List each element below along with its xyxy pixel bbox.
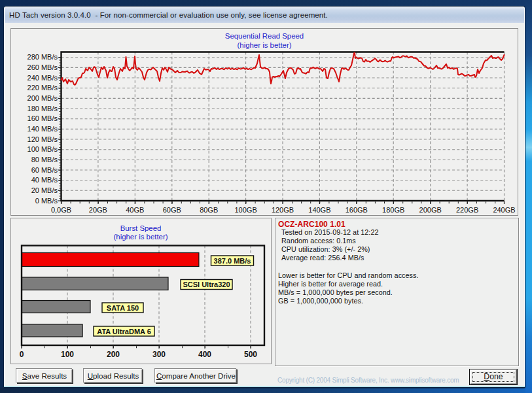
svg-text:200GB: 200GB [419, 206, 442, 214]
svg-text:280 MB/s: 280 MB/s [27, 53, 58, 61]
svg-text:Sequential Read Speed: Sequential Read Speed [225, 32, 304, 40]
svg-text:140 MB/s: 140 MB/s [27, 125, 58, 133]
svg-text:200 MB/s: 200 MB/s [27, 94, 58, 102]
svg-text:SCSI Ultra320: SCSI Ultra320 [183, 281, 230, 288]
svg-text:120GB: 120GB [272, 206, 294, 214]
svg-text:260 MB/s: 260 MB/s [27, 63, 58, 71]
svg-text:20 MB/s: 20 MB/s [31, 186, 58, 194]
svg-text:140GB: 140GB [308, 206, 330, 214]
svg-text:100GB: 100GB [234, 206, 257, 214]
svg-text:80GB: 80GB [200, 206, 218, 214]
svg-text:60GB: 60GB [163, 206, 181, 214]
svg-text:180GB: 180GB [382, 206, 404, 214]
svg-text:120 MB/s: 120 MB/s [27, 135, 58, 143]
svg-text:SATA 150: SATA 150 [107, 304, 139, 312]
svg-text:300: 300 [152, 350, 166, 359]
svg-text:400: 400 [198, 350, 211, 359]
svg-text:160GB: 160GB [346, 206, 368, 214]
svg-text:387.0 MB/s: 387.0 MB/s [214, 257, 251, 265]
svg-text:60 MB/s: 60 MB/s [31, 166, 58, 174]
svg-text:500: 500 [244, 350, 257, 359]
svg-text:100 MB/s: 100 MB/s [27, 145, 58, 153]
svg-text:(higher is better): (higher is better) [238, 41, 292, 49]
svg-text:Burst Speed: Burst Speed [120, 224, 162, 232]
svg-text:80 MB/s: 80 MB/s [31, 156, 58, 163]
svg-text:100: 100 [61, 350, 74, 359]
svg-text:40GB: 40GB [126, 206, 144, 214]
svg-text:(higher is better): (higher is better) [114, 233, 168, 241]
svg-text:240 MB/s: 240 MB/s [27, 74, 58, 82]
svg-text:180 MB/s: 180 MB/s [27, 105, 58, 112]
svg-text:220 MB/s: 220 MB/s [27, 84, 58, 92]
svg-text:200: 200 [107, 350, 120, 359]
svg-text:0 MB/s: 0 MB/s [35, 197, 58, 205]
svg-text:220GB: 220GB [456, 206, 478, 214]
svg-text:0,0GB: 0,0GB [51, 206, 71, 214]
svg-text:20GB: 20GB [89, 206, 107, 214]
svg-text:160 MB/s: 160 MB/s [27, 114, 58, 122]
svg-text:ATA UltraDMA 6: ATA UltraDMA 6 [97, 328, 151, 335]
svg-text:40 MB/s: 40 MB/s [31, 176, 58, 184]
svg-text:0: 0 [20, 350, 24, 359]
svg-text:240GB: 240GB [493, 206, 515, 214]
